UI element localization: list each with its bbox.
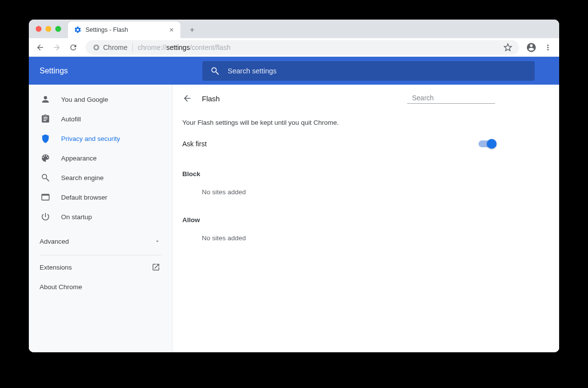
- browser-icon: [41, 192, 50, 202]
- shield-icon: [41, 134, 50, 143]
- sidebar-item-label: Default browser: [61, 194, 108, 201]
- settings-sidebar: You and Google Autofill Privacy and secu…: [29, 85, 173, 352]
- sidebar-item-privacy-security[interactable]: Privacy and security: [29, 129, 172, 148]
- advanced-label: Advanced: [40, 238, 69, 245]
- svg-point-1: [95, 46, 97, 48]
- clipboard-icon: [41, 114, 50, 124]
- page-title: Flash: [202, 94, 220, 103]
- back-button[interactable]: [33, 40, 47, 55]
- sidebar-item-label: Appearance: [61, 155, 97, 162]
- sidebar-item-autofill[interactable]: Autofill: [29, 109, 172, 129]
- window-minimize-button[interactable]: [45, 26, 51, 32]
- sidebar-item-label: On startup: [61, 213, 92, 221]
- browser-window: Settings - Flash Chrome chrome://setting…: [29, 20, 559, 352]
- block-empty-text: No sites added: [173, 182, 505, 203]
- page-header: Flash: [173, 85, 505, 112]
- settings-body: You and Google Autofill Privacy and secu…: [29, 85, 559, 352]
- settings-search-input[interactable]: [228, 67, 527, 75]
- palette-icon: [41, 153, 50, 163]
- browser-toolbar: Chrome chrome://settings/content/flash: [29, 38, 559, 57]
- chevron-down-icon: [154, 238, 160, 244]
- power-icon: [41, 212, 50, 222]
- sidebar-advanced-toggle[interactable]: Advanced: [29, 229, 172, 253]
- site-chip: Chrome: [92, 44, 133, 51]
- tab-strip: Settings - Flash: [29, 20, 559, 38]
- address-bar[interactable]: Chrome chrome://settings/content/flash: [86, 40, 519, 55]
- menu-button[interactable]: [541, 40, 555, 55]
- search-icon: [210, 66, 220, 76]
- flash-notice: Your Flash settings will be kept until y…: [173, 112, 505, 137]
- settings-header: Settings: [29, 57, 559, 85]
- block-section-title: Block: [173, 157, 505, 182]
- ask-first-toggle[interactable]: [479, 140, 495, 147]
- allow-section-title: Allow: [173, 203, 505, 228]
- window-close-button[interactable]: [36, 26, 42, 32]
- url-text: chrome://settings/content/flash: [138, 44, 231, 51]
- browser-tab[interactable]: Settings - Flash: [68, 22, 180, 38]
- sidebar-item-you-and-google[interactable]: You and Google: [29, 90, 172, 109]
- tab-close-button[interactable]: [169, 27, 174, 33]
- sidebar-item-default-browser[interactable]: Default browser: [29, 187, 172, 207]
- sidebar-divider: [40, 255, 161, 255]
- chrome-icon: [92, 44, 100, 51]
- ask-first-label: Ask first: [182, 140, 207, 148]
- search-icon: [41, 173, 50, 183]
- sidebar-item-label: Autofill: [61, 115, 81, 123]
- tab-favicon-settings-icon: [74, 26, 82, 34]
- sidebar-item-label: You and Google: [61, 96, 108, 103]
- sidebar-item-label: Privacy and security: [61, 135, 120, 142]
- open-in-new-icon: [152, 263, 160, 272]
- person-icon: [41, 94, 50, 104]
- sidebar-item-label: Search engine: [61, 174, 104, 182]
- profile-button[interactable]: [524, 40, 539, 55]
- page-search-input[interactable]: [412, 94, 498, 102]
- site-chip-label: Chrome: [103, 44, 128, 51]
- new-tab-button[interactable]: [185, 23, 199, 37]
- sidebar-about-link[interactable]: About Chrome: [29, 277, 172, 297]
- settings-title: Settings: [40, 67, 68, 75]
- allow-empty-text: No sites added: [173, 228, 505, 249]
- tab-title: Settings - Flash: [86, 26, 128, 33]
- page-back-button[interactable]: [182, 93, 192, 103]
- window-zoom-button[interactable]: [55, 26, 61, 32]
- reload-button[interactable]: [66, 40, 81, 55]
- settings-search[interactable]: [202, 61, 535, 81]
- forward-button[interactable]: [49, 40, 64, 55]
- window-controls: [36, 26, 61, 32]
- extensions-label: Extensions: [40, 264, 72, 271]
- ask-first-row: Ask first: [173, 137, 505, 157]
- bookmark-star-icon[interactable]: [503, 43, 512, 52]
- about-label: About Chrome: [40, 283, 82, 291]
- sidebar-item-appearance[interactable]: Appearance: [29, 148, 172, 168]
- sidebar-item-on-startup[interactable]: On startup: [29, 207, 172, 227]
- page-search[interactable]: [407, 93, 495, 104]
- sidebar-extensions-link[interactable]: Extensions: [29, 257, 172, 277]
- sidebar-item-search-engine[interactable]: Search engine: [29, 168, 172, 187]
- settings-main: Flash Your Flash settings will be kept u…: [173, 85, 559, 352]
